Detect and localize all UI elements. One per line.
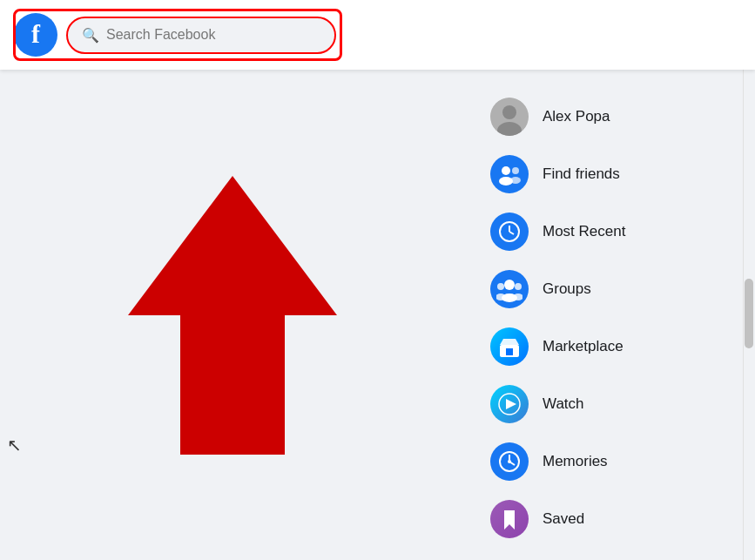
svg-point-5	[512, 167, 519, 174]
sidebar-item-label-recent: Most Recent	[543, 223, 625, 240]
svg-point-23	[508, 460, 511, 463]
search-input[interactable]	[106, 27, 320, 43]
scrollbar	[743, 70, 755, 560]
search-box[interactable]: 🔍	[66, 17, 336, 54]
sidebar-item-label-marketplace: Marketplace	[543, 338, 624, 355]
scrollbar-thumb[interactable]	[745, 279, 753, 348]
svg-point-1	[502, 105, 516, 119]
sidebar-item-label-memories: Memories	[543, 453, 608, 470]
svg-point-14	[515, 283, 522, 290]
sidebar-item-profile[interactable]: Alex Popa	[473, 89, 734, 145]
sidebar-item-friends[interactable]: Find friends	[473, 146, 734, 202]
sidebar-item-label-groups: Groups	[543, 280, 591, 298]
sidebar-item-watch[interactable]: Watch	[473, 376, 734, 432]
left-area	[0, 70, 464, 560]
red-arrow	[128, 176, 337, 455]
svg-point-12	[497, 283, 504, 290]
recent-icon	[490, 213, 529, 251]
svg-point-10	[504, 280, 515, 290]
search-icon: 🔍	[82, 27, 99, 44]
svg-rect-17	[506, 348, 513, 355]
groups-icon	[490, 270, 529, 308]
friends-icon	[490, 155, 529, 193]
watch-icon	[490, 385, 529, 423]
top-bar: f 🔍	[0, 0, 755, 70]
sidebar-item-groups[interactable]: Groups	[473, 261, 734, 317]
svg-point-3	[502, 166, 510, 175]
sidebar-item-label-saved: Saved	[543, 510, 584, 528]
sidebar-item-saved[interactable]: Saved	[473, 491, 734, 547]
svg-point-6	[510, 177, 521, 184]
svg-line-9	[509, 232, 514, 234]
saved-icon	[490, 500, 529, 538]
sidebar-item-memories[interactable]: Memories	[473, 434, 734, 489]
svg-marker-19	[506, 399, 516, 409]
memories-icon	[490, 442, 529, 481]
sidebar-item-marketplace[interactable]: Marketplace	[473, 319, 734, 374]
arrow-head	[128, 176, 337, 315]
sidebar-menu: Alex Popa Find friends	[464, 70, 743, 560]
marketplace-icon	[490, 327, 529, 366]
sidebar-item-label-watch: Watch	[543, 395, 584, 413]
arrow-shaft	[180, 315, 285, 455]
sidebar-item-recent[interactable]: Most Recent	[473, 204, 734, 260]
facebook-logo[interactable]: f	[14, 13, 57, 57]
sidebar-item-label-friends: Find friends	[543, 165, 620, 183]
facebook-logo-f: f	[31, 21, 40, 47]
sidebar-item-label-profile: Alex Popa	[543, 108, 610, 125]
profile-avatar	[490, 98, 529, 136]
main-content: Alex Popa Find friends	[0, 70, 743, 560]
